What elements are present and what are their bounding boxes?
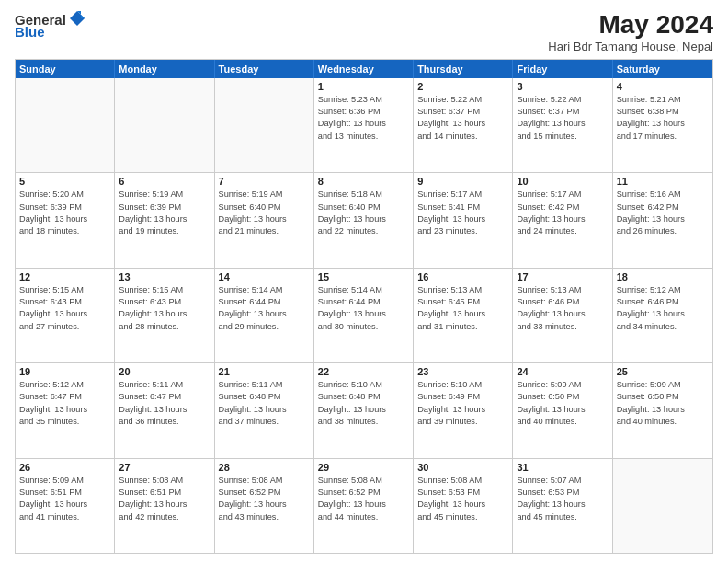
calendar-row: 5Sunrise: 5:20 AMSunset: 6:39 PMDaylight… xyxy=(16,173,712,268)
day-number: 20 xyxy=(119,366,210,377)
cell-info-line: Sunrise: 5:16 AM xyxy=(617,189,709,201)
day-number: 13 xyxy=(119,271,210,282)
cell-info-line: Sunrise: 5:09 AM xyxy=(617,379,709,391)
calendar-header-row: SundayMondayTuesdayWednesdayThursdayFrid… xyxy=(16,60,712,78)
cell-info-line: and 38 minutes. xyxy=(318,416,409,428)
day-number: 9 xyxy=(417,176,508,187)
calendar-cell: 14Sunrise: 5:14 AMSunset: 6:44 PMDayligh… xyxy=(215,269,314,362)
cell-info-line: Sunset: 6:40 PM xyxy=(219,201,310,213)
day-number: 23 xyxy=(417,366,508,377)
cell-info-line: Sunrise: 5:11 AM xyxy=(119,379,210,391)
cell-info-line: Daylight: 13 hours xyxy=(318,308,409,320)
day-number: 10 xyxy=(517,176,608,187)
cell-info-line: Sunrise: 5:22 AM xyxy=(417,94,508,106)
weekday-header: Saturday xyxy=(613,60,712,78)
cell-info-line: and 22 minutes. xyxy=(318,225,409,237)
cell-info-line: Sunrise: 5:08 AM xyxy=(318,475,409,487)
cell-info-line: Sunrise: 5:12 AM xyxy=(617,284,709,296)
calendar-cell: 3Sunrise: 5:22 AMSunset: 6:37 PMDaylight… xyxy=(513,78,612,172)
cell-info-line: Sunset: 6:48 PM xyxy=(318,391,409,403)
calendar-cell xyxy=(613,459,712,553)
calendar-cell: 25Sunrise: 5:09 AMSunset: 6:50 PMDayligh… xyxy=(613,363,712,457)
location: Hari Bdr Tamang House, Nepal xyxy=(548,40,713,53)
logo-icon xyxy=(68,9,86,28)
calendar-cell: 17Sunrise: 5:13 AMSunset: 6:46 PMDayligh… xyxy=(513,269,612,362)
calendar-cell: 29Sunrise: 5:08 AMSunset: 6:52 PMDayligh… xyxy=(314,459,414,553)
header: General Blue May 2024 Hari Bdr Tamang Ho… xyxy=(15,11,713,53)
cell-info-line: Sunset: 6:37 PM xyxy=(417,106,508,118)
calendar-cell: 12Sunrise: 5:15 AMSunset: 6:43 PMDayligh… xyxy=(16,269,115,362)
cell-info-line: Daylight: 13 hours xyxy=(119,213,210,225)
cell-info-line: and 24 minutes. xyxy=(517,225,608,237)
cell-info-line: and 17 minutes. xyxy=(617,131,709,143)
cell-info-line: Sunset: 6:37 PM xyxy=(517,106,608,118)
cell-info-line: Sunset: 6:47 PM xyxy=(19,391,110,403)
day-number: 7 xyxy=(219,176,310,187)
calendar-row: 26Sunrise: 5:09 AMSunset: 6:51 PMDayligh… xyxy=(16,459,712,553)
weekday-header: Sunday xyxy=(16,60,115,78)
day-number: 16 xyxy=(417,271,508,282)
cell-info-line: Sunset: 6:43 PM xyxy=(119,296,210,308)
day-number: 18 xyxy=(617,271,709,282)
calendar-cell xyxy=(115,78,214,172)
cell-info-line: Sunset: 6:39 PM xyxy=(19,201,110,213)
cell-info-line: and 40 minutes. xyxy=(517,416,608,428)
day-number: 21 xyxy=(219,366,310,377)
cell-info-line: Daylight: 13 hours xyxy=(318,499,409,511)
cell-info-line: Sunset: 6:49 PM xyxy=(417,391,508,403)
cell-info-line: Daylight: 13 hours xyxy=(219,308,310,320)
calendar-row: 19Sunrise: 5:12 AMSunset: 6:47 PMDayligh… xyxy=(16,363,712,458)
cell-info-line: Sunset: 6:42 PM xyxy=(617,201,709,213)
day-number: 12 xyxy=(19,271,110,282)
cell-info-line: Sunset: 6:42 PM xyxy=(517,201,608,213)
day-number: 3 xyxy=(517,81,608,92)
cell-info-line: Sunrise: 5:14 AM xyxy=(219,284,310,296)
cell-info-line: Daylight: 13 hours xyxy=(617,404,709,416)
cell-info-line: Daylight: 13 hours xyxy=(19,308,110,320)
page: General Blue May 2024 Hari Bdr Tamang Ho… xyxy=(0,0,728,563)
calendar-cell: 7Sunrise: 5:19 AMSunset: 6:40 PMDaylight… xyxy=(215,173,314,267)
cell-info-line: Sunrise: 5:10 AM xyxy=(318,379,409,391)
calendar-cell: 23Sunrise: 5:10 AMSunset: 6:49 PMDayligh… xyxy=(414,363,513,457)
calendar-cell: 20Sunrise: 5:11 AMSunset: 6:47 PMDayligh… xyxy=(115,363,214,457)
calendar-cell: 8Sunrise: 5:18 AMSunset: 6:40 PMDaylight… xyxy=(314,173,414,267)
day-number: 2 xyxy=(417,81,508,92)
day-number: 11 xyxy=(617,176,709,187)
cell-info-line: Daylight: 13 hours xyxy=(318,404,409,416)
calendar-cell: 11Sunrise: 5:16 AMSunset: 6:42 PMDayligh… xyxy=(613,173,712,267)
cell-info-line: Daylight: 13 hours xyxy=(19,404,110,416)
day-number: 22 xyxy=(318,366,409,377)
cell-info-line: Daylight: 13 hours xyxy=(119,308,210,320)
day-number: 29 xyxy=(318,462,409,473)
month-year: May 2024 xyxy=(548,11,713,40)
calendar-cell: 19Sunrise: 5:12 AMSunset: 6:47 PMDayligh… xyxy=(16,363,115,457)
cell-info-line: Daylight: 13 hours xyxy=(417,118,508,130)
cell-info-line: and 37 minutes. xyxy=(219,416,310,428)
cell-info-line: and 14 minutes. xyxy=(417,131,508,143)
cell-info-line: Sunrise: 5:15 AM xyxy=(119,284,210,296)
cell-info-line: and 33 minutes. xyxy=(517,321,608,333)
day-number: 28 xyxy=(219,462,310,473)
cell-info-line: and 19 minutes. xyxy=(119,225,210,237)
cell-info-line: Sunset: 6:50 PM xyxy=(617,391,709,403)
cell-info-line: Sunset: 6:39 PM xyxy=(119,201,210,213)
cell-info-line: Sunrise: 5:22 AM xyxy=(517,94,608,106)
cell-info-line: Sunset: 6:52 PM xyxy=(318,487,409,499)
cell-info-line: Sunset: 6:51 PM xyxy=(19,487,110,499)
cell-info-line: and 45 minutes. xyxy=(517,511,608,523)
cell-info-line: Sunset: 6:44 PM xyxy=(219,296,310,308)
cell-info-line: Sunrise: 5:08 AM xyxy=(417,475,508,487)
day-number: 6 xyxy=(119,176,210,187)
cell-info-line: and 28 minutes. xyxy=(119,321,210,333)
day-number: 30 xyxy=(417,462,508,473)
cell-info-line: Sunset: 6:46 PM xyxy=(617,296,709,308)
cell-info-line: Sunrise: 5:18 AM xyxy=(318,189,409,201)
cell-info-line: Daylight: 13 hours xyxy=(119,499,210,511)
cell-info-line: Daylight: 13 hours xyxy=(417,308,508,320)
cell-info-line: Sunrise: 5:09 AM xyxy=(517,379,608,391)
cell-info-line: and 21 minutes. xyxy=(219,225,310,237)
cell-info-line: and 18 minutes. xyxy=(19,225,110,237)
cell-info-line: Sunset: 6:45 PM xyxy=(417,296,508,308)
cell-info-line: and 26 minutes. xyxy=(617,225,709,237)
weekday-header: Thursday xyxy=(414,60,513,78)
